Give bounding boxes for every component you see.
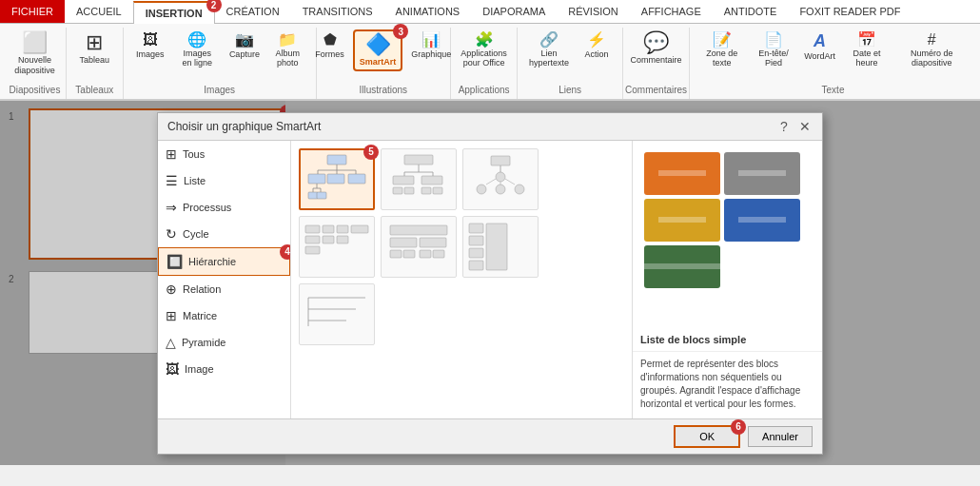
svg-rect-42 bbox=[351, 225, 368, 233]
dialog-body: ⊞ Tous ☰ Liste ⇒ Processus ↻ Cycle bbox=[158, 141, 822, 418]
tab-creation[interactable]: CRÉATION bbox=[215, 0, 291, 23]
ok-button[interactable]: OK 6 bbox=[674, 425, 740, 448]
badge-6: 6 bbox=[731, 419, 746, 435]
commentaire-icon: 💬 bbox=[643, 32, 669, 53]
dialog-titlebar: Choisir un graphique SmartArt ? ✕ bbox=[158, 113, 822, 141]
svg-rect-43 bbox=[390, 225, 447, 235]
btn-capture[interactable]: 📷 Capture bbox=[225, 29, 264, 62]
diagram-item-1[interactable]: 5 bbox=[299, 148, 375, 210]
diagram-item-3[interactable] bbox=[462, 148, 539, 210]
tab-transitions[interactable]: TRANSITIONS bbox=[291, 0, 384, 23]
swatch-blue bbox=[724, 199, 800, 242]
btn-smartart[interactable]: 🔷 SmartArt 3 bbox=[353, 29, 403, 71]
svg-rect-13 bbox=[308, 192, 318, 199]
btn-nouvelle-diapositive[interactable]: ⬜ Nouvelle diapositive bbox=[10, 29, 60, 79]
diagram-item-4[interactable] bbox=[299, 216, 375, 278]
svg-point-29 bbox=[477, 185, 486, 194]
category-matrice[interactable]: ⊞ Matrice bbox=[158, 302, 290, 329]
badge-5: 5 bbox=[363, 145, 379, 160]
svg-rect-8 bbox=[348, 174, 365, 184]
svg-rect-25 bbox=[433, 187, 442, 194]
tab-accueil[interactable]: ACCUEIL bbox=[65, 0, 133, 23]
tab-foxit[interactable]: FOXIT READER PDF bbox=[788, 0, 911, 23]
diagram-item-6[interactable] bbox=[462, 216, 539, 278]
btn-date-heure[interactable]: 📅 Date et heure bbox=[843, 29, 892, 71]
main-area: 1 1 2 Choisir un graphique SmartArt ? ✕ bbox=[0, 101, 980, 465]
btn-album-photo[interactable]: 📁 Album photo bbox=[267, 29, 308, 71]
album-icon: 📁 bbox=[278, 32, 297, 48]
svg-rect-15 bbox=[404, 155, 433, 165]
group-label-texte: Texte bbox=[822, 83, 845, 97]
images-icon: 🖼 bbox=[143, 32, 158, 48]
category-tous[interactable]: ⊞ Tous bbox=[158, 141, 290, 167]
tab-revision[interactable]: RÉVISION bbox=[557, 0, 630, 23]
tab-diaporama[interactable]: DIAPORAMA bbox=[471, 0, 557, 23]
diagram-svg-1 bbox=[304, 153, 370, 205]
dialog-overlay: Choisir un graphique SmartArt ? ✕ ⊞ Tous… bbox=[0, 101, 980, 465]
images-online-icon: 🌐 bbox=[187, 32, 206, 48]
swatch-orange bbox=[644, 152, 720, 195]
svg-rect-44 bbox=[390, 238, 417, 247]
category-hierarchie[interactable]: 🔲 Hiérarchie 4 bbox=[158, 247, 290, 276]
svg-rect-0 bbox=[327, 155, 346, 165]
btn-zone-texte[interactable]: 📝 Zone de texte bbox=[697, 29, 746, 71]
category-image[interactable]: 🖼 Image bbox=[158, 356, 290, 382]
svg-rect-20 bbox=[393, 176, 414, 185]
badge-4: 4 bbox=[280, 244, 291, 260]
date-icon: 📅 bbox=[857, 32, 876, 48]
btn-tableau[interactable]: ⊞ Tableau bbox=[75, 29, 115, 68]
group-images: 🖼 Images 🌐 Images en ligne 📷 Capture 📁 A… bbox=[124, 28, 317, 99]
capture-icon: 📷 bbox=[235, 32, 254, 48]
svg-rect-40 bbox=[337, 225, 348, 233]
dialog-help-button[interactable]: ? bbox=[776, 119, 792, 134]
category-processus[interactable]: ⇒ Processus bbox=[158, 194, 290, 221]
svg-rect-54 bbox=[486, 224, 507, 270]
btn-commentaire[interactable]: 💬 Commentaire bbox=[626, 29, 687, 68]
btn-lien-hypertexte[interactable]: 🔗 Lien hypertexte bbox=[524, 29, 574, 71]
category-pyramide[interactable]: △ Pyramide bbox=[158, 329, 290, 356]
btn-images-en-ligne[interactable]: 🌐 Images en ligne bbox=[173, 29, 222, 71]
svg-rect-53 bbox=[469, 261, 483, 270]
hierarchie-icon: 🔲 bbox=[167, 254, 183, 269]
dialog-title-buttons: ? ✕ bbox=[776, 119, 813, 134]
cancel-button[interactable]: Annuler bbox=[748, 426, 813, 447]
diagram-item-5[interactable] bbox=[381, 216, 457, 278]
btn-action[interactable]: ⚡ Action bbox=[578, 29, 616, 62]
category-cycle[interactable]: ↻ Cycle bbox=[158, 221, 290, 247]
svg-rect-48 bbox=[420, 250, 431, 258]
btn-numero-diapositive[interactable]: # Numéro de diapositive bbox=[895, 29, 969, 71]
diagram-item-7[interactable] bbox=[299, 283, 375, 345]
swatch-gray bbox=[724, 152, 800, 195]
btn-entete-pied[interactable]: 📄 En-tête/ Pied bbox=[750, 29, 796, 71]
btn-applications[interactable]: 🧩 Applications pour Office bbox=[456, 29, 512, 71]
svg-rect-46 bbox=[390, 250, 402, 258]
svg-rect-35 bbox=[305, 225, 320, 233]
category-liste[interactable]: ☰ Liste bbox=[158, 167, 290, 194]
btn-wordart[interactable]: A WordArt bbox=[801, 29, 839, 64]
tab-insertion[interactable]: INSERTION 2 bbox=[133, 1, 215, 24]
tab-antidote[interactable]: ANTIDOTE bbox=[713, 0, 789, 23]
group-texte: 📝 Zone de texte 📄 En-tête/ Pied A WordAr… bbox=[690, 28, 976, 99]
btn-formes[interactable]: ⬟ Formes bbox=[310, 29, 349, 62]
applications-icon: 🧩 bbox=[475, 32, 494, 48]
tab-animations[interactable]: ANIMATIONS bbox=[384, 0, 472, 23]
btn-graphique[interactable]: 📊 Graphique bbox=[406, 29, 456, 62]
dialog-close-button[interactable]: ✕ bbox=[797, 119, 813, 134]
tab-fichier[interactable]: FICHIER bbox=[0, 0, 65, 23]
dialog-title: Choisir un graphique SmartArt bbox=[167, 120, 321, 133]
category-relation[interactable]: ⊕ Relation bbox=[158, 276, 290, 302]
tab-affichage[interactable]: AFFICHAGE bbox=[630, 0, 713, 23]
diagram-item-2[interactable] bbox=[381, 148, 457, 210]
diagram-svg-6 bbox=[467, 221, 534, 273]
entete-icon: 📄 bbox=[764, 32, 783, 48]
dialog-footer: OK 6 Annuler bbox=[158, 418, 822, 454]
svg-rect-7 bbox=[327, 174, 344, 184]
btn-images[interactable]: 🖼 Images bbox=[131, 29, 169, 62]
group-label-applications: Applications bbox=[459, 83, 510, 97]
svg-rect-41 bbox=[337, 236, 348, 243]
diagram-row-3 bbox=[299, 283, 624, 345]
swatch-green bbox=[644, 245, 720, 288]
preview-panel: Liste de blocs simple Permet de représen… bbox=[632, 141, 822, 418]
preview-title: Liste de blocs simple bbox=[633, 328, 822, 347]
category-list: ⊞ Tous ☰ Liste ⇒ Processus ↻ Cycle bbox=[158, 141, 291, 418]
